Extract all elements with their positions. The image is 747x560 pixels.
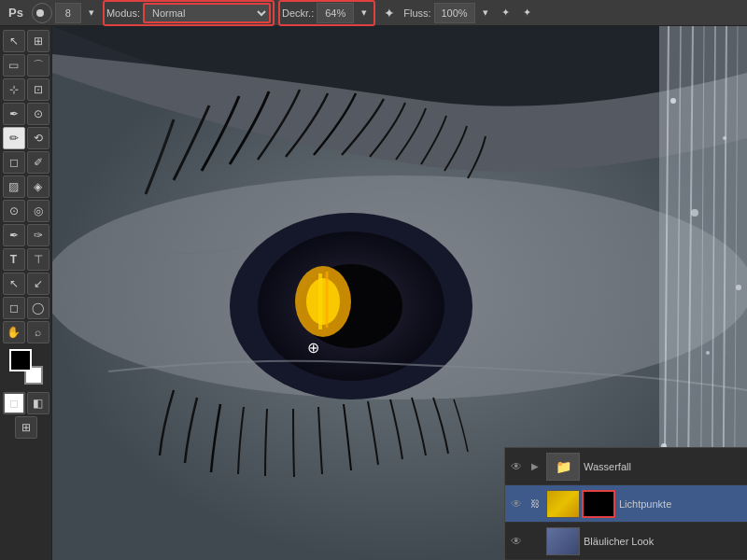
layer-thumb-yellow xyxy=(546,490,580,518)
tools-panel: ↖ ⊞ ▭ ⌒ ⊹ ⊡ ✒ ⊙ ✏ ⟲ ◻ ✐ ▨ ◈ ⊙ ◎ xyxy=(0,26,52,560)
svg-point-20 xyxy=(736,285,741,290)
rect-shape-tool[interactable]: ◻ xyxy=(3,297,25,319)
blur-tool[interactable]: ◎ xyxy=(27,200,49,222)
brush-size-input[interactable] xyxy=(55,3,81,23)
quick-mask-off[interactable]: ◻ xyxy=(3,392,25,414)
freeform-pen-tool[interactable]: ✑ xyxy=(27,224,49,246)
svg-point-21 xyxy=(706,351,710,355)
deckr-dropdown[interactable]: ▾ xyxy=(357,3,372,23)
fluss-dropdown[interactable]: ▾ xyxy=(478,3,493,23)
layer-thumb-mask xyxy=(582,490,615,518)
text-tool[interactable]: T xyxy=(3,248,25,271)
layer-thumbnail-blaeulicher xyxy=(546,527,580,555)
deckr-label: Deckr.: xyxy=(282,7,314,19)
artboard-tool[interactable]: ⊞ xyxy=(27,30,49,52)
layer-spacer-blaeulicher xyxy=(528,534,543,549)
foreground-color-swatch[interactable] xyxy=(9,349,32,371)
brush-circle-icon xyxy=(36,9,44,17)
svg-point-17 xyxy=(670,98,676,104)
history-brush-tool[interactable]: ⟲ xyxy=(27,127,49,149)
pencil-tool[interactable]: ✐ xyxy=(27,151,49,174)
deckr-input[interactable] xyxy=(317,3,354,23)
layer-visibility-blaeulicher[interactable]: 👁 xyxy=(509,534,524,549)
modus-select[interactable]: Normal Multiplizieren Negativ multiplizi… xyxy=(143,3,271,23)
zoom-tool[interactable]: ⌕ xyxy=(27,321,49,343)
airbrush-button[interactable]: ✦ xyxy=(379,3,400,23)
lasso-tool[interactable]: ⌒ xyxy=(27,54,49,77)
fluss-group: Fluss: ▾ xyxy=(403,3,492,23)
layer-thumbnails-lichtpunkte xyxy=(546,490,615,518)
rect-marquee-tool[interactable]: ▭ xyxy=(3,54,25,77)
crop-tool[interactable]: ⊡ xyxy=(27,78,49,101)
layer-wasserfall[interactable]: 👁 ▶ 📁 Wasserfall xyxy=(505,448,747,485)
brush-size-dropdown[interactable]: ▾ xyxy=(84,3,99,23)
ps-menu-button[interactable]: Ps xyxy=(4,3,28,23)
layer-name-blaeulicher: Bläulicher Look xyxy=(584,536,743,547)
main-area: ↖ ⊞ ▭ ⌒ ⊹ ⊡ ✒ ⊙ ✏ ⟲ ◻ ✐ ▨ ◈ ⊙ ◎ xyxy=(0,26,747,560)
canvas-area[interactable]: ⊕ 👁 ▶ 📁 Wasserfall 👁 ⛓ Lichtpunkte xyxy=(52,26,747,560)
eyedropper-tool[interactable]: ✒ xyxy=(3,103,25,125)
layer-blaeulicher-look[interactable]: 👁 Bläulicher Look xyxy=(505,523,747,560)
paint-bucket-tool[interactable]: ◈ xyxy=(27,175,49,198)
quick-select-tool[interactable]: ⊹ xyxy=(3,78,25,101)
main-toolbar: Ps ▾ Modus: Normal Multiplizieren Negati… xyxy=(0,0,747,26)
pen-size-button[interactable]: ✦ xyxy=(518,3,536,23)
ellipse-shape-tool[interactable]: ◯ xyxy=(27,297,49,319)
color-swatches[interactable] xyxy=(7,349,45,385)
pen-pressure-button[interactable]: ✦ xyxy=(497,3,514,23)
modus-label: Modus: xyxy=(106,7,140,19)
layer-thumbnail-wasserfall: 📁 xyxy=(546,453,580,481)
text-vertical-tool[interactable]: ⊤ xyxy=(27,248,49,271)
layer-visibility-wasserfall[interactable]: 👁 xyxy=(509,459,524,474)
layer-link-lichtpunkte[interactable]: ⛓ xyxy=(528,497,543,511)
layer-arrow-wasserfall[interactable]: ▶ xyxy=(528,459,543,474)
svg-point-18 xyxy=(723,136,726,140)
modus-group: Modus: Normal Multiplizieren Negativ mul… xyxy=(103,0,275,26)
deckr-group: Deckr.: ▾ xyxy=(278,0,375,26)
quick-mask-on[interactable]: ◧ xyxy=(27,392,49,414)
svg-point-19 xyxy=(691,209,698,217)
eraser-tool[interactable]: ◻ xyxy=(3,151,25,174)
color-sample-tool[interactable]: ⊙ xyxy=(27,103,49,125)
layer-name-lichtpunkte: Lichtpunkte xyxy=(619,498,743,510)
move-tool[interactable]: ↖ xyxy=(3,30,25,52)
gradient-tool[interactable]: ▨ xyxy=(3,175,25,198)
layer-visibility-lichtpunkte[interactable]: 👁 xyxy=(509,497,524,511)
screen-mode-button[interactable]: ⊞ xyxy=(15,416,37,439)
layers-panel: 👁 ▶ 📁 Wasserfall 👁 ⛓ Lichtpunkte 👁 xyxy=(504,447,747,560)
pen-tool[interactable]: ✒ xyxy=(3,224,25,246)
hand-tool[interactable]: ✋ xyxy=(3,321,25,343)
dodge-tool[interactable]: ⊙ xyxy=(3,200,25,222)
fluss-input[interactable] xyxy=(434,3,475,23)
fluss-label: Fluss: xyxy=(403,7,430,19)
layer-name-wasserfall: Wasserfall xyxy=(584,461,743,472)
layer-lichtpunkte[interactable]: 👁 ⛓ Lichtpunkte xyxy=(505,485,747,523)
brush-preview-button[interactable] xyxy=(32,3,52,23)
direct-select-tool[interactable]: ↙ xyxy=(27,273,49,295)
path-select-tool[interactable]: ↖ xyxy=(3,273,25,295)
svg-point-6 xyxy=(306,278,340,325)
brush-tool[interactable]: ✏ xyxy=(3,127,25,149)
